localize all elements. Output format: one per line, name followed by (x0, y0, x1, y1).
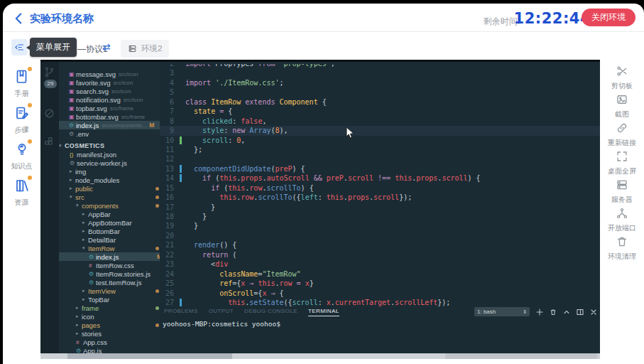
section-label: COSMETICS (65, 142, 104, 149)
tree-item-app-css[interactable]: #App.css (59, 338, 160, 346)
tree-item-stories[interactable]: ▸stories (59, 329, 160, 338)
tree-item-src[interactable]: ▾src (59, 193, 160, 201)
tree-item-components[interactable]: ▾components (59, 201, 160, 210)
panel-tab-problems[interactable]: PROBLEMS (164, 308, 198, 316)
open-editor-env[interactable]: ⚙.env (59, 129, 160, 138)
server-icon (616, 178, 628, 191)
tree-item-appbar[interactable]: ▸AppBar (59, 210, 160, 218)
code-line-9: 9 style: new Array(8), (160, 126, 600, 135)
kill-terminal-icon[interactable] (550, 309, 557, 316)
file-path: src/frame (110, 105, 133, 112)
file-path: src/frame (121, 114, 145, 120)
git-dot (155, 187, 159, 191)
tree-item-public[interactable]: ▸public (59, 184, 160, 193)
sidebar-item-server[interactable]: 服务器 (600, 178, 644, 205)
tree-item-label: TopBar (88, 296, 109, 304)
close-panel-icon[interactable] (590, 309, 597, 316)
file-name: topbar.svg (76, 105, 107, 112)
modified-badge: M (149, 122, 154, 129)
tab-env2[interactable]: 环境2 (121, 40, 169, 58)
tree-item-node-modules[interactable]: ▸node_modules (59, 176, 160, 184)
sidebar-item-clipboard[interactable]: 剪切板 (600, 65, 644, 91)
tree-item-itemrow-css[interactable]: #ItemRow.css (59, 261, 160, 269)
sidebar-item-screenshot[interactable]: 截图 (600, 93, 644, 119)
code-line-14: 14 if (this.props.autoScroll && preP.scr… (160, 173, 600, 183)
sidebar-item-env-cleanup[interactable]: 环境清理 (600, 235, 644, 262)
tree-item-itemview[interactable]: ▸ItemView (59, 287, 160, 295)
split-terminal-icon[interactable] (577, 309, 584, 316)
section-cosmetics[interactable]: ▾COSMETICS (59, 141, 160, 150)
sidebar-item-resource[interactable]: 资源 (3, 177, 40, 208)
git-dot (155, 306, 159, 310)
panel-tab-debug-console[interactable]: DEBUG CONSOLE (244, 308, 298, 316)
tree-item-bottombar[interactable]: ▸BottomBar (59, 227, 160, 235)
file-path: src/icon (124, 97, 143, 103)
json-file-icon: {} (70, 151, 77, 158)
tree-item-detailbar[interactable]: ▸DetailBar (59, 235, 160, 244)
scrollbar-thumb[interactable] (67, 353, 232, 359)
file-name: bottombar.svg (76, 113, 119, 121)
screenshot-icon (616, 93, 628, 106)
open-editor-favorite-svg[interactable]: ▣favorite.svgsrc/icon (59, 78, 160, 87)
back-button[interactable] (11, 11, 27, 26)
tree-item-label: frame (82, 304, 99, 312)
extensions-icon[interactable] (43, 136, 55, 148)
open-editor-index-js[interactable]: ⚙index.jssrc/components...M (59, 121, 160, 129)
sidebar-item-steps[interactable]: 步骤 (3, 105, 40, 135)
code-line-5: 5 (160, 87, 600, 97)
tree-item-app-js[interactable]: ⚙App.js (59, 346, 160, 353)
remote-ide-screen[interactable]: 29 ▣message.svgsrc/icon▣favorite.svgsrc/… (40, 60, 600, 353)
open-editor-message-svg[interactable]: ▣message.svgsrc/icon (59, 70, 160, 78)
sidebar-item-manual[interactable]: 手册 (3, 68, 40, 99)
tree-item-pages[interactable]: ▸pages (59, 321, 160, 329)
swap-icon[interactable]: ⇄ (102, 41, 111, 53)
svg-file-icon: ▣ (69, 88, 76, 95)
tree-item-topbar[interactable]: ▸TopBar (59, 295, 160, 304)
tree-item-label: test.ItemRow.js (96, 279, 141, 287)
sidebar-item-relink[interactable]: 重新链接 (600, 122, 644, 148)
panel-tab-output[interactable]: OUTPUT (209, 308, 234, 316)
chevron-right-icon: ▸ (76, 331, 82, 336)
open-editor-topbar-svg[interactable]: ▣topbar.svgsrc/frame (59, 104, 160, 112)
panel-tab-terminal[interactable]: TERMINAL (308, 308, 339, 316)
open-editor-notification-svg[interactable]: ▣notification.svgsrc/icon (59, 95, 160, 104)
maximize-panel-icon[interactable] (563, 309, 570, 316)
steps-icon (13, 105, 31, 122)
tree-item-itemrow-stories-js[interactable]: ⚙ItemRow.stories.js (59, 269, 160, 278)
sidebar-item-knowledge[interactable]: 知识点 (3, 141, 40, 171)
tree-item-service-worker-js[interactable]: ⚙service-worker.js (59, 159, 160, 167)
source-control-icon[interactable] (43, 66, 55, 78)
sidebar-item-open-ports[interactable]: 开放端口 (600, 207, 644, 233)
close-env-button[interactable]: 关闭环境 (582, 9, 635, 26)
tree-item-index-js[interactable]: ⚙index.jsM (59, 252, 160, 261)
git-dot (155, 247, 159, 250)
tree-item-appbottombar[interactable]: ▸AppBottomBar (59, 218, 160, 227)
tree-item-itemrow[interactable]: ▾ItemRow (59, 244, 160, 252)
tree-item-test-itemrow-js[interactable]: ⚙test.ItemRow.js (59, 278, 160, 287)
shell-select[interactable]: 1: bash⇕ (474, 307, 530, 316)
chevron-right-icon: ▸ (82, 220, 88, 225)
code-line-6: 6class ItemRow extends Component { (160, 97, 600, 107)
horizontal-scrollbar[interactable] (40, 353, 600, 359)
debug-icon[interactable] (43, 107, 55, 119)
tree-item-icon[interactable]: ▸icon (59, 312, 160, 321)
sidebar-item-label: 知识点 (3, 161, 40, 171)
new-terminal-icon[interactable] (536, 309, 543, 316)
css-file-icon: # (76, 339, 83, 346)
fullscreen-icon (616, 150, 628, 163)
terminal-prompt[interactable]: yoohoos-MBP:cosmetics yoohoo$ (163, 320, 280, 328)
tree-item-frame[interactable]: ▸frame (59, 304, 160, 312)
tree-item-manifest-json[interactable]: {}manifest.json (59, 150, 160, 159)
tree-item-label: public (75, 185, 93, 193)
code-line-10: 10 scroll: 0, (160, 136, 600, 145)
chevron-right-icon: ▸ (82, 211, 88, 217)
scrollbar-thumb[interactable] (445, 353, 597, 359)
code-editor[interactable]: 2import PropTypes from 'prop-types';34im… (160, 64, 600, 306)
open-editor-search-svg[interactable]: ▣search.svgsrc/icon (59, 87, 160, 95)
badge-dot (28, 176, 32, 180)
open-editor-bottombar-svg[interactable]: ▣bottombar.svgsrc/frame (59, 112, 160, 121)
sidebar-item-desktop-fullscreen[interactable]: 桌面全屏 (600, 150, 644, 176)
tree-item-img[interactable]: ▸img (59, 167, 160, 176)
tree-item-label: App.css (83, 338, 107, 346)
tree-item-label: ItemRow.css (96, 262, 134, 269)
